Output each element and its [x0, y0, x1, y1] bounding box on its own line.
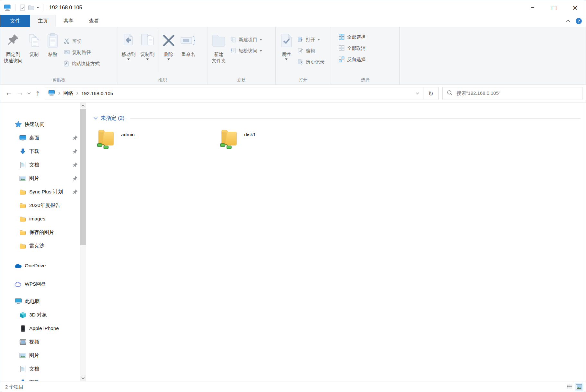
ribbon-group-open: 属性 打开 编辑 [276, 27, 331, 84]
properties-toolbar-icon[interactable] [19, 4, 26, 11]
easy-access-dropdown-icon [260, 50, 262, 52]
copy-to-dropdown-icon [146, 58, 149, 60]
details-view-toggle-icon[interactable] [565, 383, 574, 391]
move-to-icon [121, 31, 136, 49]
scissors-icon [64, 38, 70, 45]
open-icon [297, 36, 304, 43]
copy-path-button[interactable]: 复制路径 [62, 47, 102, 58]
search-box[interactable]: 搜索"192.168.0.105" [442, 87, 582, 100]
address-dropdown-chevron-icon[interactable] [412, 87, 423, 100]
up-button[interactable]: ↑ [32, 88, 43, 99]
cut-button[interactable]: 剪切 [62, 36, 102, 47]
pin-icon [72, 176, 78, 181]
item-count: 2 个项目 [5, 384, 24, 390]
copy-to-button[interactable]: 复制到 [138, 27, 157, 60]
sidebar-item-documents[interactable]: 文档 [0, 158, 88, 172]
copy-button[interactable]: 复制 [25, 27, 43, 58]
scrollbar-up-arrow-icon[interactable] [80, 102, 86, 108]
sidebar-item-3d-objects[interactable]: 3D 对象 [0, 308, 88, 322]
sidebar-item-pictures-2[interactable]: 图片 [0, 349, 88, 362]
select-all-button[interactable]: 全部选择 [337, 31, 368, 43]
folder-icon [19, 201, 27, 209]
folder-item-admin[interactable]: admin [97, 128, 220, 150]
collapse-ribbon-chevron-icon[interactable] [566, 18, 571, 24]
paste-button[interactable]: 粘贴 [43, 27, 62, 58]
recent-locations-chevron-icon[interactable] [25, 88, 32, 99]
edit-button[interactable]: 编辑 [296, 45, 326, 57]
help-icon[interactable]: ? [576, 18, 582, 24]
sidebar-item-saved-pictures[interactable]: 保存的图片 [0, 226, 88, 239]
new-folder-button[interactable]: 新建 文件夹 [209, 27, 228, 64]
folder-icon [19, 215, 27, 223]
group-label-organize: 组织 [118, 77, 208, 83]
ribbon-group-new: 新建 文件夹 新建项目 轻松访问 [208, 27, 276, 84]
close-button[interactable]: × [564, 0, 586, 15]
history-button[interactable]: 历史记录 [296, 57, 326, 68]
sidebar-item-desktop[interactable]: 桌面 [0, 131, 88, 145]
sidebar-scrollbar[interactable] [80, 102, 86, 381]
sidebar-item-wps-cloud[interactable]: WPS网盘 [0, 277, 88, 291]
back-button[interactable]: ← [4, 88, 14, 99]
search-placeholder: 搜索"192.168.0.105" [457, 90, 501, 96]
pin-to-quick-access-button[interactable]: 固定到 快速访问 [2, 27, 25, 64]
tab-share[interactable]: 共享 [56, 15, 81, 27]
sidebar-item-onedrive[interactable]: OneDrive [0, 259, 88, 272]
new-folder-toolbar-icon[interactable] [28, 5, 34, 10]
sidebar-item-videos[interactable]: 视频 [0, 335, 88, 349]
thumbnail-view-toggle-icon[interactable] [575, 383, 583, 391]
quick-access-star-icon [14, 120, 22, 128]
sidebar-item-lexar[interactable]: 雷克沙 [0, 239, 88, 253]
rename-button[interactable]: 重命名 [178, 27, 199, 58]
breadcrumb-host[interactable]: 192.168.0.105 [81, 91, 113, 96]
delete-button[interactable]: 删除 [159, 27, 178, 60]
breadcrumb: 网络 192.168.0.105 [45, 90, 412, 97]
search-icon [447, 90, 453, 97]
breadcrumb-network[interactable]: 网络 [63, 90, 73, 97]
sidebar-item-quick-access[interactable]: 快速访问 [0, 118, 88, 131]
sidebar-item-apple-iphone[interactable]: Apple iPhone [0, 322, 88, 335]
scrollbar-thumb[interactable] [80, 109, 86, 245]
customize-toolbar-chevron-icon[interactable] [37, 7, 39, 8]
move-to-button[interactable]: 移动到 [119, 27, 138, 60]
network-folder-icon [97, 128, 115, 151]
sidebar-item-downloads-2[interactable]: 下载 [0, 376, 88, 381]
select-none-button[interactable]: 全部取消 [337, 43, 368, 54]
sidebar-item-downloads[interactable]: 下载 [0, 145, 88, 158]
delete-dropdown-icon [167, 58, 170, 60]
clipboard-icon [47, 31, 59, 49]
properties-check-icon [280, 31, 293, 49]
forward-button[interactable]: → [14, 88, 25, 99]
easy-access-button[interactable]: 轻松访问 [228, 45, 264, 57]
properties-button[interactable]: 属性 [277, 27, 296, 60]
sidebar-item-pictures[interactable]: 图片 [0, 172, 88, 185]
minimize-button[interactable]: ─ [522, 0, 543, 15]
tab-view[interactable]: 查看 [81, 15, 107, 27]
paste-shortcut-button[interactable]: 粘贴快捷方式 [62, 58, 102, 69]
address-bar[interactable]: 网络 192.168.0.105 [45, 87, 423, 100]
tab-file[interactable]: 文件 [0, 15, 30, 27]
ribbon-empty-space [400, 27, 586, 84]
sidebar-item-documents-2[interactable]: 文档 [0, 362, 88, 376]
copy-to-icon [140, 31, 155, 49]
sidebar-item-sync-plus[interactable]: Sync Plus 计划 [0, 185, 88, 199]
sidebar-item-this-pc[interactable]: 此电脑 [0, 295, 88, 308]
download-arrow-icon [19, 379, 27, 381]
invert-selection-button[interactable]: 反向选择 [337, 54, 368, 65]
group-label-new: 新建 [208, 77, 275, 83]
navigation-bar: ← → ↑ 网络 192.168.0.105 ↻ [0, 85, 586, 102]
ribbon-group-select: 全部选择 全部取消 反向选择 选择 [331, 27, 400, 84]
group-header[interactable]: 未指定 (2) [93, 115, 124, 122]
rename-icon [180, 31, 196, 49]
easy-access-icon [230, 48, 236, 55]
scrollbar-down-arrow-icon[interactable] [80, 375, 86, 381]
sidebar-item-2020-report[interactable]: 2020年度报告 [0, 199, 88, 212]
new-item-button[interactable]: 新建项目 [228, 34, 264, 45]
properties-dropdown-icon [285, 58, 288, 60]
onedrive-cloud-icon [14, 262, 22, 270]
refresh-button[interactable]: ↻ [423, 87, 439, 100]
maximize-button[interactable]: □ [543, 0, 564, 15]
tab-home[interactable]: 主页 [30, 15, 56, 27]
sidebar-item-images[interactable]: images [0, 212, 88, 226]
folder-item-disk1[interactable]: disk1 [220, 128, 343, 150]
open-button[interactable]: 打开 [296, 34, 326, 45]
